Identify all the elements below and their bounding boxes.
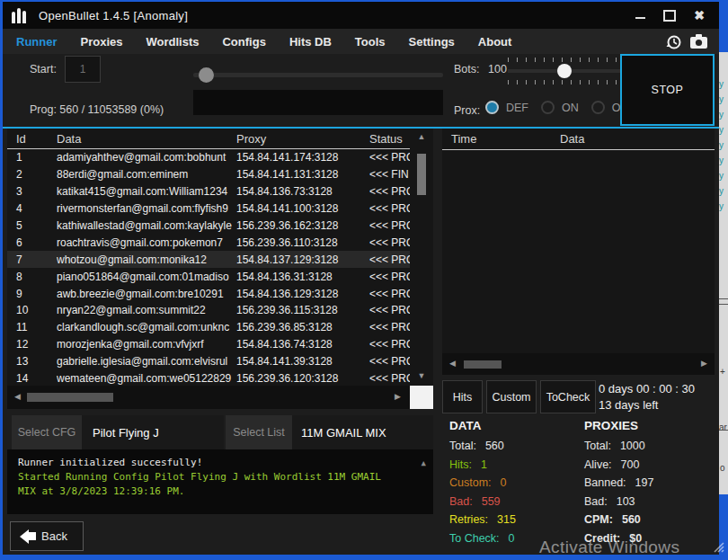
select-wordlist-button[interactable]: Select List — [226, 415, 292, 449]
stop-button[interactable]: STOP — [620, 54, 715, 126]
table-row[interactable]: 7whotzou@gmail.com:monika12154.84.137.12… — [7, 251, 410, 268]
table-cell: <<< PRO — [369, 304, 410, 316]
column-header-time[interactable]: Time — [442, 132, 560, 146]
minimize-button[interactable] — [635, 8, 645, 22]
horizontal-scrollbar[interactable]: ◀ ▶ — [7, 386, 410, 409]
stat-row: Retries:315 — [449, 513, 580, 526]
progress-label: Prog: 560 / 11053589 (0%) — [30, 103, 164, 116]
maximize-button[interactable] — [663, 8, 676, 22]
table-row[interactable]: 14wemateen@gmail.com:we05122829156.239.3… — [7, 370, 410, 386]
table-cell: 5 — [7, 219, 57, 232]
table-cell: <<< PRO — [369, 355, 410, 368]
table-cell: 11 — [7, 321, 57, 333]
scrollbar-thumb[interactable] — [464, 360, 502, 369]
table-row[interactable]: 5kathiwallestad@gmail.com:kaylakyle156.2… — [7, 218, 410, 235]
table-cell: 154.84.136.31:3128 — [236, 271, 369, 283]
log-console[interactable]: Runner initialized succesfully!Started R… — [7, 449, 433, 514]
horizontal-scrollbar[interactable]: ◀ ▶ — [442, 353, 715, 375]
table-cell: 154.84.141.39:3128 — [236, 355, 369, 368]
slider-thumb[interactable] — [199, 67, 214, 83]
table-row[interactable]: 8piano051864@gmail.com:01madiso154.84.13… — [7, 268, 410, 285]
scroll-left-icon[interactable]: ◀ — [449, 360, 456, 368]
table-row[interactable]: 12morozjenka@gmail.com:vfvjxrf154.84.136… — [7, 336, 410, 353]
minimize-icon — [635, 17, 645, 19]
tab-tocheck[interactable]: ToCheck — [540, 380, 596, 413]
table-cell: 154.84.141.174:3128 — [236, 151, 369, 164]
table-cell: 14 — [7, 372, 57, 385]
scroll-down-icon[interactable]: ▼ — [410, 372, 433, 380]
bots-slider[interactable] — [508, 58, 621, 84]
radio-on[interactable]: ON — [541, 101, 579, 114]
table-cell: 7 — [7, 253, 57, 266]
runner-table-header: Id Data Proxy Status — [7, 129, 410, 149]
table-cell: <<< PRO — [369, 253, 410, 266]
scrollbar-thumb[interactable] — [417, 154, 426, 195]
table-cell: morozjenka@gmail.com:vfvjxrf — [57, 338, 236, 351]
table-row[interactable]: 11clarkandlough.sc@gmail.com:unknc156.23… — [7, 319, 410, 336]
selected-wordlist-name: 11M GMAIL MIX — [301, 415, 386, 449]
table-row[interactable]: 1adamiyahthev@gmail.com:bobhunt154.84.14… — [7, 149, 410, 166]
background-glyph: o — [720, 460, 725, 476]
title-bar[interactable]: OpenBullet 1.4.5 [Anomaly] ✖ — [3, 2, 719, 29]
radio-icon — [591, 101, 605, 114]
start-slider[interactable] — [193, 67, 443, 83]
start-input[interactable] — [65, 56, 101, 83]
table-cell: 8 — [7, 271, 57, 283]
table-row[interactable]: 9awb.breezie@gmail.com:bre10291154.84.13… — [7, 285, 410, 302]
tab-custom[interactable]: Custom — [486, 380, 537, 413]
menu-item-proxies[interactable]: Proxies — [81, 35, 123, 49]
column-header-status[interactable]: Status — [369, 132, 410, 146]
table-cell: <<< PRO — [369, 271, 410, 283]
close-button[interactable]: ✖ — [694, 8, 705, 22]
scroll-up-icon[interactable]: ▲ — [422, 456, 426, 470]
table-cell: nryan22@gmail.com:summit22 — [57, 304, 236, 316]
background-glyph: y — [719, 92, 728, 107]
table-cell: 154.84.141.131:3128 — [236, 168, 369, 181]
table-row[interactable]: 3katikat415@gmail.com:William1234154.84.… — [7, 183, 410, 200]
table-cell: 13 — [7, 355, 57, 368]
table-row[interactable]: 6roachtravis@gmail.com:pokemon7156.239.3… — [7, 234, 410, 251]
bots-value: 100 — [488, 63, 507, 76]
table-row[interactable]: 288erdi@gmail.com:eminem154.84.141.131:3… — [7, 166, 410, 183]
proxy-mode-group: DEF ON OFF — [485, 101, 635, 114]
table-row[interactable]: 13gabrielle.iglesia@gmail.com:elvisrul15… — [7, 353, 410, 370]
slider-thumb[interactable] — [557, 64, 572, 78]
back-button[interactable]: Back — [10, 521, 84, 551]
table-cell: piano051864@gmail.com:01madiso — [57, 271, 236, 283]
menu-item-tools[interactable]: Tools — [355, 35, 386, 49]
screenshot-icon[interactable] — [689, 33, 708, 49]
menu-item-wordlists[interactable]: Wordlists — [146, 35, 199, 49]
select-config-button[interactable]: Select CFG — [12, 415, 82, 449]
menu-item-hits-db[interactable]: Hits DB — [289, 35, 332, 49]
scroll-left-icon[interactable]: ◀ — [14, 393, 21, 401]
column-header-proxy[interactable]: Proxy — [236, 132, 369, 146]
scroll-up-icon[interactable]: ▲ — [410, 133, 433, 141]
vertical-scrollbar[interactable]: ▲ ▼ — [410, 129, 433, 386]
stat-row: Total:560 — [449, 440, 580, 452]
table-cell: roachtravis@gmail.com:pokemon7 — [57, 236, 236, 249]
column-header-id[interactable]: Id — [7, 132, 57, 146]
menu-item-runner[interactable]: Runner — [16, 35, 58, 49]
background-glyph: y — [719, 107, 728, 122]
column-header-data[interactable]: Data — [560, 132, 715, 146]
table-row[interactable]: 4rivermonsterfan@gmail.com:flyfish9154.8… — [7, 200, 410, 218]
tab-hits[interactable]: Hits — [442, 380, 483, 413]
menu-item-settings[interactable]: Settings — [409, 35, 455, 49]
table-cell: <<< FIN — [369, 168, 410, 181]
scrollbar-thumb[interactable] — [27, 393, 113, 402]
data-stats: DATA Total:560Hits:1Custom:0Bad:559Retri… — [449, 419, 580, 550]
table-cell: 10 — [7, 304, 57, 316]
timer-icon[interactable] — [665, 33, 682, 50]
scroll-right-icon[interactable]: ▶ — [701, 360, 707, 368]
table-cell: <<< PRO — [369, 321, 410, 333]
menu-item-about[interactable]: About — [478, 35, 512, 49]
table-cell: <<< PRO — [369, 202, 410, 215]
background-glyph: y — [719, 138, 728, 153]
column-header-data[interactable]: Data — [57, 132, 236, 146]
table-row[interactable]: 10nryan22@gmail.com:summit22156.239.36.1… — [7, 302, 410, 319]
menu-item-configs[interactable]: Configs — [222, 35, 265, 49]
table-cell: adamiyahthev@gmail.com:bobhunt — [57, 151, 236, 164]
bots-label: Bots: — [454, 63, 480, 76]
scroll-right-icon[interactable]: ▶ — [395, 393, 401, 401]
radio-def[interactable]: DEF — [485, 101, 528, 114]
